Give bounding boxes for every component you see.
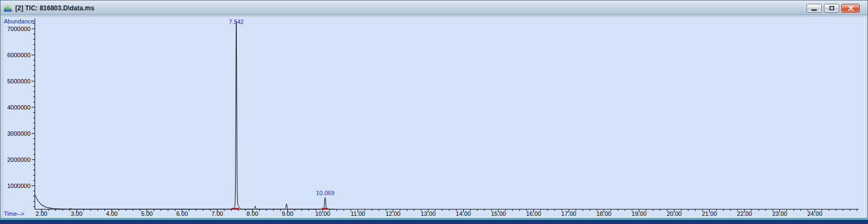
tic-window: [2] TIC: 816803.D\data.ms 10000002000000… [0, 0, 868, 219]
x-tick-label: 4.00 [106, 210, 118, 217]
x-tick-label: 16.00 [526, 210, 541, 217]
x-tick-label: 7.00 [212, 210, 223, 217]
x-tick-label: 9.00 [282, 210, 293, 217]
y-tick-label: 3000000 [7, 130, 30, 137]
y-tick-label: 2000000 [7, 156, 30, 163]
y-tick-label: 7000000 [7, 26, 30, 32]
maximize-button[interactable] [824, 4, 839, 13]
mdi-background-strip [0, 219, 868, 224]
close-icon [848, 5, 854, 11]
x-tick-label: 22.00 [737, 210, 752, 217]
x-tick-label: 15.00 [491, 210, 506, 217]
x-tick-label: 17.00 [561, 210, 576, 217]
integration-mark [231, 208, 239, 210]
integration-mark [322, 208, 328, 210]
x-tick-label: 21.00 [702, 210, 717, 217]
x-tick-label: 5.00 [141, 210, 152, 217]
mdi-workspace: [2] TIC: 816803.D\data.ms 10000002000000… [0, 0, 868, 224]
x-tick-label: 18.00 [596, 210, 612, 217]
x-tick-label: 10.00 [315, 210, 330, 217]
chromatogram-plot[interactable]: 1000000200000030000004000000500000060000… [3, 16, 865, 217]
maximize-icon [829, 6, 834, 10]
x-tick-label: 6.00 [176, 210, 188, 217]
minimize-icon [811, 9, 817, 11]
x-tick-label: 12.00 [385, 210, 401, 217]
x-tick-label: 13.00 [421, 210, 436, 217]
x-tick-label: 11.00 [350, 210, 365, 217]
x-tick-label: 19.00 [632, 210, 647, 217]
axes [35, 19, 859, 209]
x-tick-label: 8.00 [247, 210, 258, 217]
x-tick-label: 24.00 [807, 210, 822, 217]
y-tick-label: 6000000 [7, 52, 30, 58]
y-axis-title: Abundance [4, 18, 34, 25]
y-tick-label: 1000000 [7, 183, 30, 189]
x-tick-label: 2.00 [36, 210, 47, 217]
x-tick-label: 3.00 [71, 210, 82, 217]
chromatogram-svg: 1000000200000030000004000000500000060000… [3, 16, 865, 217]
close-button[interactable] [841, 4, 860, 13]
x-tick-label: 20.00 [667, 210, 682, 217]
y-tick-label: 4000000 [7, 104, 30, 111]
peak-rt-label: 10.069 [316, 190, 335, 196]
tic-trace [35, 21, 335, 209]
x-tick-label: 23.00 [772, 210, 787, 217]
minimize-button[interactable] [807, 4, 822, 13]
window-controls [807, 4, 860, 13]
window-title: [2] TIC: 816803.D\data.ms [15, 4, 94, 12]
title-bar[interactable]: [2] TIC: 816803.D\data.ms [1, 1, 867, 15]
chromatogram-icon [4, 4, 13, 13]
y-tick-label: 5000000 [7, 78, 30, 84]
peak-rt-label: 7.542 [229, 19, 244, 25]
x-tick-label: 14.00 [456, 210, 471, 217]
x-axis-title: Time--> [4, 210, 24, 217]
